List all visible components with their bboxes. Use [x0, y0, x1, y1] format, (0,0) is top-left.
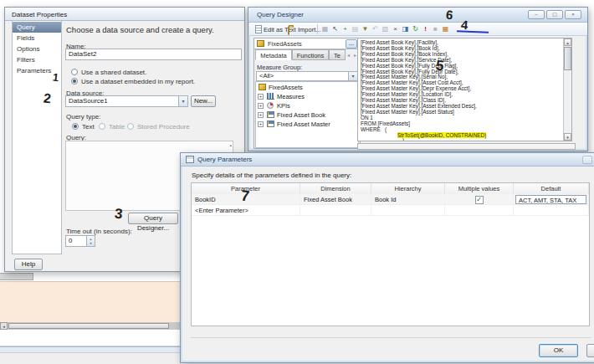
column-header[interactable]: Hierarchy	[371, 183, 445, 194]
metadata-panel: FixedAssets ... Metadata Functions Te ◂ …	[253, 38, 361, 149]
filter-icon[interactable]: ▼	[361, 24, 370, 34]
query-parameters-titlebar[interactable]: Query Parameters	[181, 153, 594, 167]
query-type-table-label: Table	[109, 123, 125, 131]
cell-parameter[interactable]: <Enter Parameter>	[192, 205, 300, 216]
query-designer-titlebar[interactable]: Query Designer – ▢ ×	[248, 8, 587, 23]
tab-metadata[interactable]: Metadata	[255, 49, 292, 60]
expander-icon[interactable]: +	[258, 112, 264, 118]
measure-group-select[interactable]: <All> ▾	[256, 71, 358, 81]
cell-default[interactable]	[514, 205, 589, 216]
sidebar-item-fields[interactable]: Fields	[13, 33, 61, 44]
mdx-query-area[interactable]: [Fixed Asset Book Key].[Facility],[Fixed…	[357, 38, 572, 141]
expander-icon[interactable]: +	[258, 94, 264, 100]
query-line: [Fixed Asset Master Key].[Asset Status]	[361, 110, 571, 115]
timeout-spinner[interactable]: 0 ▴ ▾	[65, 235, 95, 247]
scroll-up-icon[interactable]: ▴	[229, 142, 232, 147]
cancel-button[interactable]: Cancel	[586, 344, 594, 357]
tree-item-fixed-asset-master[interactable]: +Fixed Asset Master	[256, 120, 358, 129]
close-icon[interactable]: ×	[565, 10, 581, 19]
embedded-dataset-radio[interactable]	[71, 78, 78, 85]
minimize-icon[interactable]: –	[528, 10, 545, 19]
check-query-icon[interactable]: !	[421, 24, 430, 34]
default-value-box[interactable]: ACT, AMT, STA, TAX	[515, 195, 586, 204]
maximize-icon[interactable]: ▢	[546, 10, 563, 19]
tab-functions[interactable]: Functions	[292, 49, 329, 60]
tree-item-measures[interactable]: +Measures	[256, 92, 358, 101]
spinner-arrows[interactable]: ▴ ▾	[86, 236, 95, 246]
query-type-table-radio	[99, 123, 105, 130]
scrollbar-thumb[interactable]	[564, 47, 571, 70]
edit-selection-icon: ▦	[320, 24, 330, 34]
cell-default[interactable]: ACT, AMT, STA, TAX	[514, 194, 589, 205]
query-type-label: Query type:	[66, 113, 100, 120]
scroll-left-icon[interactable]: ◂	[0, 322, 8, 330]
table-header-row: Parameter Dimension Hierarchy Multiple v…	[192, 183, 589, 194]
horizontal-scrollbar[interactable]: ◂	[0, 322, 181, 330]
cell-multiple-values[interactable]	[445, 205, 514, 216]
import-folder-icon[interactable]	[288, 26, 289, 35]
table-row[interactable]: BookIDFixed Asset BookBook Id✓ACT, AMT, …	[192, 194, 589, 205]
measures-icon	[267, 93, 274, 100]
add-calculated-member-icon[interactable]: +	[341, 24, 350, 34]
delete-icon[interactable]: ×	[391, 24, 400, 34]
query-progress-strip	[357, 143, 576, 150]
cell-dimension[interactable]	[300, 205, 371, 216]
background-blue-strip	[0, 346, 181, 352]
scroll-up-icon[interactable]: ▴	[564, 38, 571, 46]
tab-templates[interactable]: Te	[329, 49, 346, 60]
tab-scroll-right-icon[interactable]: ▸	[354, 52, 356, 58]
query-designer-button[interactable]: Query Designer...	[128, 213, 178, 224]
design-mode-icon[interactable]: ◨	[401, 24, 410, 34]
dim-icon	[267, 120, 274, 127]
refresh-icon[interactable]: ↻	[411, 24, 420, 34]
cube-selector[interactable]: FixedAssets ...	[254, 38, 360, 49]
expander-icon[interactable]: +	[258, 103, 264, 109]
tab-scroll-left-icon[interactable]: ◂	[347, 52, 350, 58]
expander-icon[interactable]: +	[258, 121, 264, 127]
tree-item-kpis[interactable]: +KPIs	[256, 101, 358, 110]
query-type-text-radio[interactable]	[72, 123, 79, 130]
edit-as-text-icon[interactable]	[255, 25, 262, 33]
show-aggregations-icon[interactable]: ▦	[441, 24, 450, 34]
annotation-2: 2	[43, 92, 52, 106]
close-icon[interactable]	[582, 156, 592, 164]
checkbox-checked-icon[interactable]: ✓	[475, 196, 484, 204]
sidebar-item-query[interactable]: Query	[13, 22, 61, 33]
chevron-down-icon[interactable]: ▾	[348, 72, 357, 80]
annotation-1: 1	[52, 72, 59, 84]
table-row[interactable]: <Enter Parameter>	[192, 205, 589, 216]
dataset-properties-titlebar[interactable]: Dataset Properties	[5, 8, 244, 21]
sidebar-item-filters[interactable]: Filters	[13, 54, 61, 65]
column-header[interactable]: Default	[514, 183, 589, 194]
tree-item-label: FixedAssets	[269, 83, 303, 92]
query-designer-title: Query Designer	[257, 11, 304, 18]
cell-multiple-values[interactable]: ✓	[445, 194, 514, 205]
scroll-down-icon[interactable]: ▾	[564, 133, 571, 141]
shared-dataset-radio[interactable]	[71, 69, 78, 75]
sidebar-item-options[interactable]: Options	[13, 44, 61, 54]
spinner-down-icon[interactable]: ▾	[90, 241, 91, 245]
name-input[interactable]: DataSet2	[65, 49, 242, 60]
tree-item-fixedassets[interactable]: FixedAssets	[256, 83, 358, 92]
chevron-down-icon[interactable]: ▾	[178, 96, 187, 106]
cell-hierarchy[interactable]	[371, 205, 445, 216]
pick-member-icon[interactable]: ↖	[330, 24, 340, 34]
tree-item-label: KPIs	[277, 101, 290, 110]
query-scrollbar[interactable]: ▴ ▾	[563, 38, 571, 141]
window-query-designer: Query Designer – ▢ × Edit as Text Import…	[248, 7, 588, 151]
column-header[interactable]: Dimension	[300, 183, 371, 194]
cell-dimension[interactable]: Fixed Asset Book	[300, 194, 371, 205]
cell-hierarchy[interactable]: Book Id	[371, 194, 445, 205]
help-button[interactable]: Help	[14, 259, 43, 270]
cube-select-button[interactable]: ...	[346, 39, 357, 49]
data-source-select[interactable]: DataSource1 ▾	[65, 95, 188, 107]
parameters-table: Parameter Dimension Hierarchy Multiple v…	[191, 182, 590, 326]
dataset-properties-sidebar: QueryFieldsOptionsFiltersParameters	[12, 20, 62, 254]
screen: { "glyphs": { "dropdown_arrow": "▾", "up…	[0, 0, 594, 364]
tree-item-fixed-asset-book[interactable]: +Fixed Asset Book	[256, 110, 358, 120]
column-header[interactable]: Multiple values	[445, 183, 514, 194]
ok-button[interactable]: OK	[539, 344, 578, 357]
footer-separator	[191, 337, 591, 338]
new-data-source-button[interactable]: New...	[191, 95, 216, 107]
scrollbar-thumb[interactable]	[8, 323, 169, 329]
